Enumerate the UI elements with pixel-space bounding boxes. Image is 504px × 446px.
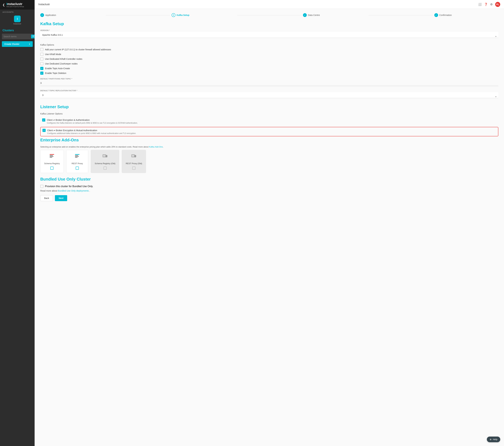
svg-rect-2 xyxy=(50,156,54,157)
kafka-addons-link[interactable]: Kafka Add-Ons xyxy=(149,146,163,148)
svg-point-17 xyxy=(135,156,136,157)
replication-select[interactable]: 3 xyxy=(40,92,498,98)
sidebar-logo-sub: Now part of Spot by NetApp xyxy=(6,6,24,7)
bundled-link[interactable]: Bundled Use Only deployments xyxy=(58,190,89,192)
checkbox-kraft[interactable] xyxy=(40,53,43,56)
listener-setup-title: Listener Setup xyxy=(40,105,498,109)
rest-proxy-old-icon xyxy=(131,153,137,161)
help-button[interactable]: ⊕ Help xyxy=(487,437,500,442)
checkbox-zookeeper[interactable] xyxy=(40,62,43,65)
content-area: ✓ Application 2 Kafka Setup ✓ Data Centr… xyxy=(35,9,504,446)
checkbox-listener-2[interactable] xyxy=(42,129,46,132)
step-separator-1 xyxy=(106,15,170,15)
version-select[interactable]: Apache Kafka 3.6.1 xyxy=(40,32,498,38)
checkbox-dedicated-kraft[interactable] xyxy=(40,57,43,61)
svg-rect-5 xyxy=(75,155,78,156)
user-avatar[interactable]: PL xyxy=(495,2,500,7)
svg-point-12 xyxy=(106,156,107,157)
replication-select-wrapper: 3 xyxy=(40,92,498,101)
listener-options-title: Kafka Listener Options xyxy=(40,112,498,115)
addon-card-rest-proxy[interactable]: REST Proxy xyxy=(66,150,88,173)
sidebar-logo-text: Instaclustr xyxy=(6,2,24,6)
help-circle-icon: ⊕ xyxy=(490,438,492,441)
search-input[interactable] xyxy=(3,35,31,38)
wizard-step-confirmation: ✓ Confirmation xyxy=(434,13,498,17)
topbar-actions: ⬜ ❓ ⚙ PL xyxy=(478,2,500,7)
addon-label-schema-registry-old: Schema Registry (Old) xyxy=(95,162,115,165)
wizard-step-kafka: 2 Kafka Setup xyxy=(172,13,236,17)
svg-rect-14 xyxy=(132,155,134,157)
partitions-label: DEFAULT PARTITIONS PER TOPIC * xyxy=(40,78,498,80)
wizard-step-application: ✓ Application xyxy=(40,13,104,17)
enterprise-desc: Selecting an enterprise add-on enables t… xyxy=(40,146,498,148)
step-icon-datacentre: ✓ xyxy=(303,13,307,17)
option-firewall: Add your current IP (127.0.0.1) to clust… xyxy=(40,48,498,51)
checkbox-auto-create[interactable] xyxy=(40,67,43,70)
search-button[interactable]: 🔍 xyxy=(31,35,35,38)
checkbox-listener-1[interactable] xyxy=(42,118,45,122)
window-icon[interactable]: ⬜ xyxy=(478,3,482,6)
option-topic-deletion-label: Enable Topic Deletion xyxy=(45,72,66,74)
topbar-title: Instaclustr xyxy=(38,3,50,6)
help-label: Help xyxy=(493,438,497,441)
listener-options: Client ⇌ Broker Encryption & Authenticat… xyxy=(40,117,498,136)
back-button[interactable]: Back xyxy=(40,195,53,201)
svg-rect-7 xyxy=(75,157,78,158)
sidebar-collapse-button[interactable]: ❮ xyxy=(2,3,5,7)
sidebar-nav: Clusters 🔍 Create Cluster + xyxy=(0,26,35,48)
step-label-application: Application xyxy=(45,14,56,16)
option-auto-create: Enable Topic Auto-Create xyxy=(40,67,498,70)
sidebar-header: ❮ Instaclustr Now part of Spot by NetApp xyxy=(0,0,35,10)
svg-rect-4 xyxy=(75,154,79,155)
kafka-options-group: Add your current IP (127.0.0.1) to clust… xyxy=(40,48,498,75)
addon-checkbox-schema-registry-old xyxy=(104,167,107,170)
listener-option-2-label: Client ⇌ Broker Encryption & Mutual Auth… xyxy=(47,129,97,132)
help-icon[interactable]: ❓ xyxy=(484,3,488,6)
checkbox-bundled[interactable] xyxy=(40,185,43,188)
accounts-label: ACCOUNTS xyxy=(0,10,35,14)
step-label-datacentre: Data Centre xyxy=(308,14,320,16)
checkbox-topic-deletion[interactable] xyxy=(40,71,43,75)
bundled-section: Provision this cluster for Bundled Use O… xyxy=(40,185,498,192)
partitions-wrapper: DEFAULT PARTITIONS PER TOPIC * xyxy=(40,78,498,87)
addon-label-rest-proxy-old: REST Proxy (Old) xyxy=(126,162,142,165)
create-cluster-button[interactable]: Create Cluster + xyxy=(2,41,33,47)
topbar: Instaclustr ⬜ ❓ ⚙ PL xyxy=(35,0,504,9)
bundled-desc: Read more about Bundled Use Only deploym… xyxy=(40,190,498,192)
option-kraft: Use KRaft Mode xyxy=(40,53,498,56)
addon-card-rest-proxy-old: REST Proxy (Old) xyxy=(122,150,146,173)
settings-icon[interactable]: ⚙ xyxy=(490,3,493,6)
addon-checkbox-rest-proxy[interactable] xyxy=(76,167,79,170)
step-icon-kafka: 2 xyxy=(172,13,175,17)
addon-checkbox-schema-registry[interactable] xyxy=(50,167,54,170)
option-kraft-label: Use KRaft Mode xyxy=(45,53,61,55)
footer-buttons: Back Next xyxy=(40,195,498,206)
partitions-input[interactable] xyxy=(40,80,498,86)
schema-registry-icon xyxy=(49,153,55,161)
svg-point-16 xyxy=(135,155,136,156)
step-icon-application: ✓ xyxy=(40,13,44,17)
svg-rect-9 xyxy=(103,155,106,157)
bundled-checkbox-row: Provision this cluster for Bundled Use O… xyxy=(40,185,498,188)
listener-option-1-label: Client ⇌ Broker Encryption & Authenticat… xyxy=(47,119,90,121)
option-dedicated-kraft-label: Use Dedicated KRaft Controller nodes xyxy=(45,58,82,60)
sidebar-search: 🔍 xyxy=(2,34,33,39)
replication-label: DEFAULT TOPIC REPLICATION FACTOR * xyxy=(40,90,498,91)
addon-label-rest-proxy: REST Proxy xyxy=(72,162,83,165)
avatar: I xyxy=(14,16,21,22)
step-icon-confirmation: ✓ xyxy=(434,13,438,17)
addon-label-schema-registry: Schema Registry xyxy=(44,162,60,165)
sidebar-logo: Instaclustr Now part of Spot by NetApp xyxy=(6,2,24,7)
main-area: Instaclustr ⬜ ❓ ⚙ PL ✓ Application 2 Kaf… xyxy=(35,0,504,446)
svg-rect-1 xyxy=(50,155,53,156)
listener-option-2-main: Client ⇌ Broker Encryption & Mutual Auth… xyxy=(42,129,496,132)
addon-checkbox-rest-proxy-old xyxy=(132,167,135,170)
sidebar-account-item[interactable]: I Instaclustr xyxy=(0,14,35,26)
addon-card-schema-registry[interactable]: Schema Registry xyxy=(40,150,64,173)
sidebar-account-name: Instaclustr xyxy=(13,23,21,25)
option-auto-create-label: Enable Topic Auto-Create xyxy=(45,67,70,70)
step-label-kafka: Kafka Setup xyxy=(177,14,189,16)
version-label: VERSION * xyxy=(40,29,498,31)
next-button[interactable]: Next xyxy=(55,195,67,201)
checkbox-firewall[interactable] xyxy=(40,48,43,51)
